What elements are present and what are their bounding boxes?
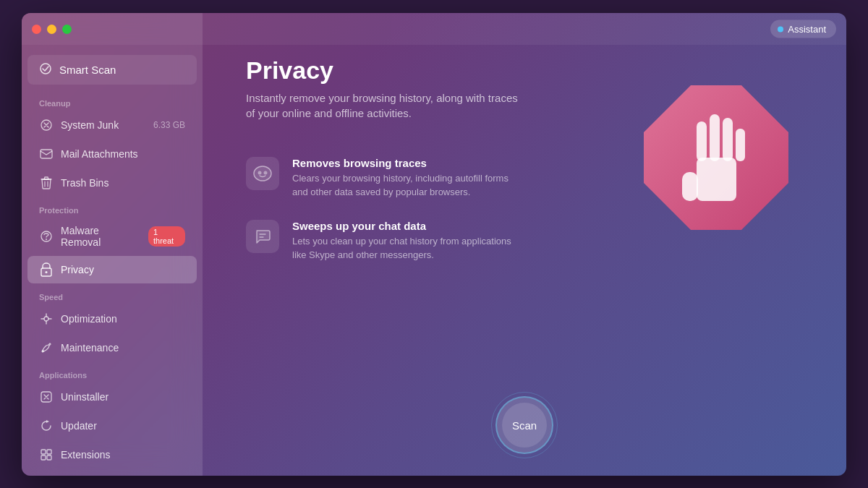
system-junk-size: 6.33 GB [153, 120, 185, 130]
svg-rect-17 [47, 450, 51, 454]
section-label-cleanup: Cleanup [22, 90, 203, 111]
sidebar-item-maintenance[interactable]: Maintenance [27, 334, 197, 361]
maintenance-icon [39, 341, 54, 355]
browsing-traces-icon-wrap [246, 157, 279, 190]
privacy-illustration [622, 56, 810, 259]
svg-rect-19 [47, 455, 51, 460]
optimization-label: Optimization [61, 313, 117, 325]
sidebar-item-privacy[interactable]: Privacy [27, 256, 197, 283]
browsing-traces-text: Removes browsing traces Clears your brow… [292, 157, 524, 200]
malware-badge: 1 threat [148, 226, 185, 247]
minimize-button[interactable] [47, 25, 56, 34]
malware-icon [39, 229, 54, 244]
sidebar-item-smart-scan[interactable]: Smart Scan [27, 55, 197, 85]
svg-point-14 [42, 350, 44, 352]
scan-button-inner: Scan [502, 403, 547, 448]
section-label-protection: Protection [22, 197, 203, 218]
malware-removal-label: Malware Removal [61, 225, 141, 248]
page-subtitle: Instantly remove your browsing history, … [246, 90, 521, 121]
trash-bins-label: Trash Bins [61, 177, 109, 189]
trash-icon [39, 176, 54, 190]
extensions-icon [39, 448, 54, 462]
svg-rect-35 [723, 118, 733, 161]
chat-data-desc: Lets you clean up your chat history from… [292, 235, 524, 262]
assistant-button[interactable]: Assistant [770, 20, 836, 38]
uninstaller-label: Uninstaller [61, 391, 109, 403]
svg-rect-31 [697, 158, 736, 201]
svg-rect-36 [736, 129, 745, 161]
maintenance-label: Maintenance [61, 342, 119, 354]
sidebar-item-updater[interactable]: Updater [27, 412, 197, 440]
app-window: Assistant Smart Scan Cleanup Syste [22, 13, 846, 476]
sidebar-item-trash-bins[interactable]: Trash Bins [27, 169, 197, 197]
window-controls [32, 25, 72, 34]
svg-point-6 [46, 239, 47, 240]
svg-point-28 [264, 171, 268, 175]
mail-icon [39, 147, 54, 161]
sidebar: Smart Scan Cleanup System Junk 6.33 GB M… [22, 13, 203, 476]
privacy-icon [39, 262, 54, 277]
chat-data-title: Sweeps up your chat data [292, 220, 524, 232]
sidebar-item-optimization[interactable]: Optimization [27, 305, 197, 333]
chat-icon [254, 228, 271, 245]
extensions-label: Extensions [61, 449, 110, 461]
svg-point-0 [41, 64, 51, 74]
system-junk-label: System Junk [61, 119, 119, 131]
optimization-icon [39, 312, 54, 326]
chat-data-icon-wrap [246, 220, 279, 253]
sidebar-item-malware-removal[interactable]: Malware Removal 1 threat [27, 218, 197, 254]
svg-point-27 [258, 171, 262, 175]
svg-rect-34 [710, 114, 720, 161]
svg-point-26 [254, 166, 271, 181]
svg-rect-32 [682, 172, 698, 201]
assistant-dot [778, 26, 783, 32]
section-label-speed: Speed [22, 284, 203, 304]
svg-rect-18 [41, 455, 46, 460]
updater-icon [39, 419, 54, 433]
browsing-traces-desc: Clears your browsing history, including … [292, 172, 524, 200]
mask-icon [253, 166, 272, 181]
svg-rect-33 [697, 121, 707, 161]
privacy-label: Privacy [61, 264, 94, 275]
scan-button-label: Scan [512, 419, 537, 432]
scan-button[interactable]: Scan [495, 396, 553, 454]
svg-point-13 [44, 317, 48, 321]
svg-point-8 [46, 271, 48, 273]
system-junk-icon [39, 118, 54, 132]
svg-rect-2 [41, 150, 52, 158]
smart-scan-label: Smart Scan [59, 64, 116, 76]
sidebar-item-system-junk[interactable]: System Junk 6.33 GB [27, 111, 197, 139]
sidebar-item-mail-attachments[interactable]: Mail Attachments [27, 140, 197, 168]
updater-label: Updater [61, 420, 97, 432]
scan-button-wrap: Scan [495, 396, 553, 454]
title-bar: Assistant [22, 13, 846, 45]
chat-data-text: Sweeps up your chat data Lets you clean … [292, 220, 524, 262]
privacy-octagon-svg [633, 74, 799, 241]
sidebar-item-uninstaller[interactable]: Uninstaller [27, 383, 197, 411]
uninstaller-icon [39, 390, 54, 404]
sidebar-item-extensions[interactable]: Extensions [27, 441, 197, 468]
assistant-label: Assistant [788, 24, 826, 35]
maximize-button[interactable] [62, 25, 72, 34]
section-label-applications: Applications [22, 362, 203, 382]
close-button[interactable] [32, 25, 41, 34]
section-label-files: Files [22, 469, 203, 476]
svg-rect-16 [41, 450, 46, 454]
browsing-traces-title: Removes browsing traces [292, 157, 524, 169]
main-content: Privacy Instantly remove your browsing h… [203, 13, 846, 476]
smart-scan-icon [39, 62, 52, 77]
mail-attachments-label: Mail Attachments [61, 148, 138, 160]
